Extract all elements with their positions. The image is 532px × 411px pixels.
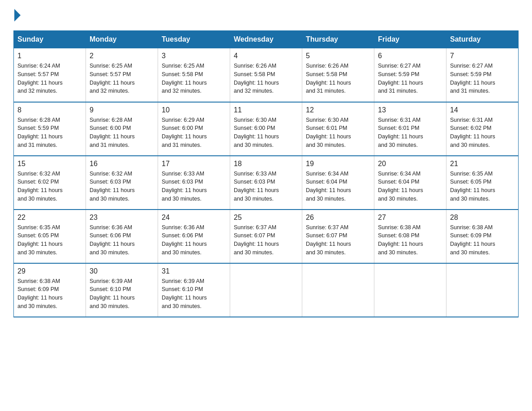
calendar-cell: 21 Sunrise: 6:35 AMSunset: 6:05 PMDaylig… bbox=[446, 156, 519, 210]
calendar-cell: 29 Sunrise: 6:38 AMSunset: 6:09 PMDaylig… bbox=[14, 263, 86, 317]
day-number: 29 bbox=[17, 267, 82, 275]
day-info: Sunrise: 6:37 AMSunset: 6:07 PMDaylight:… bbox=[234, 223, 298, 257]
calendar-cell: 2 Sunrise: 6:25 AMSunset: 5:57 PMDayligh… bbox=[86, 48, 158, 102]
day-number: 17 bbox=[162, 160, 226, 168]
day-info: Sunrise: 6:39 AMSunset: 6:10 PMDaylight:… bbox=[162, 277, 226, 311]
calendar-cell: 30 Sunrise: 6:39 AMSunset: 6:10 PMDaylig… bbox=[86, 263, 158, 317]
day-number: 8 bbox=[17, 106, 82, 114]
day-number: 25 bbox=[234, 214, 298, 222]
calendar-cell bbox=[230, 263, 302, 317]
day-info: Sunrise: 6:32 AMSunset: 6:02 PMDaylight:… bbox=[17, 170, 82, 203]
day-info: Sunrise: 6:30 AMSunset: 6:01 PMDaylight:… bbox=[306, 116, 370, 150]
col-tuesday: Tuesday bbox=[158, 31, 230, 48]
day-info: Sunrise: 6:24 AMSunset: 5:57 PMDaylight:… bbox=[17, 62, 82, 95]
day-number: 3 bbox=[162, 52, 226, 60]
col-friday: Friday bbox=[374, 31, 446, 48]
page-header bbox=[13, 9, 519, 21]
calendar-cell bbox=[302, 263, 374, 317]
calendar-cell bbox=[446, 263, 519, 317]
day-info: Sunrise: 6:34 AMSunset: 6:04 PMDaylight:… bbox=[306, 170, 370, 203]
day-info: Sunrise: 6:31 AMSunset: 6:02 PMDaylight:… bbox=[450, 116, 515, 150]
day-number: 30 bbox=[90, 267, 154, 275]
calendar-cell: 11 Sunrise: 6:30 AMSunset: 6:00 PMDaylig… bbox=[230, 102, 302, 156]
day-info: Sunrise: 6:32 AMSunset: 6:03 PMDaylight:… bbox=[90, 170, 154, 203]
calendar-cell: 22 Sunrise: 6:35 AMSunset: 6:05 PMDaylig… bbox=[14, 210, 86, 263]
week-row-3: 15 Sunrise: 6:32 AMSunset: 6:02 PMDaylig… bbox=[14, 156, 519, 210]
calendar-cell: 24 Sunrise: 6:36 AMSunset: 6:06 PMDaylig… bbox=[158, 210, 230, 263]
calendar-cell: 14 Sunrise: 6:31 AMSunset: 6:02 PMDaylig… bbox=[446, 102, 519, 156]
day-number: 27 bbox=[378, 214, 442, 222]
day-info: Sunrise: 6:25 AMSunset: 5:57 PMDaylight:… bbox=[90, 62, 154, 95]
calendar-body: 1 Sunrise: 6:24 AMSunset: 5:57 PMDayligh… bbox=[14, 48, 519, 317]
day-info: Sunrise: 6:38 AMSunset: 6:09 PMDaylight:… bbox=[450, 223, 515, 257]
day-info: Sunrise: 6:39 AMSunset: 6:10 PMDaylight:… bbox=[90, 277, 154, 311]
day-info: Sunrise: 6:29 AMSunset: 6:00 PMDaylight:… bbox=[162, 116, 226, 150]
day-info: Sunrise: 6:38 AMSunset: 6:08 PMDaylight:… bbox=[378, 223, 442, 257]
day-number: 6 bbox=[378, 52, 442, 60]
day-number: 2 bbox=[90, 52, 154, 60]
calendar-cell: 13 Sunrise: 6:31 AMSunset: 6:01 PMDaylig… bbox=[374, 102, 446, 156]
day-info: Sunrise: 6:26 AMSunset: 5:58 PMDaylight:… bbox=[306, 62, 370, 95]
day-info: Sunrise: 6:30 AMSunset: 6:00 PMDaylight:… bbox=[234, 116, 298, 150]
day-info: Sunrise: 6:36 AMSunset: 6:06 PMDaylight:… bbox=[90, 223, 154, 257]
day-info: Sunrise: 6:27 AMSunset: 5:59 PMDaylight:… bbox=[378, 62, 442, 95]
calendar-cell: 6 Sunrise: 6:27 AMSunset: 5:59 PMDayligh… bbox=[374, 48, 446, 102]
calendar-cell: 16 Sunrise: 6:32 AMSunset: 6:03 PMDaylig… bbox=[86, 156, 158, 210]
header-row: Sunday Monday Tuesday Wednesday Thursday… bbox=[14, 31, 519, 48]
day-number: 5 bbox=[306, 52, 370, 60]
col-wednesday: Wednesday bbox=[230, 31, 302, 48]
day-number: 11 bbox=[234, 106, 298, 114]
week-row-2: 8 Sunrise: 6:28 AMSunset: 5:59 PMDayligh… bbox=[14, 102, 519, 156]
day-number: 23 bbox=[90, 214, 154, 222]
calendar-cell: 28 Sunrise: 6:38 AMSunset: 6:09 PMDaylig… bbox=[446, 210, 519, 263]
col-sunday: Sunday bbox=[14, 31, 86, 48]
day-info: Sunrise: 6:33 AMSunset: 6:03 PMDaylight:… bbox=[162, 170, 226, 203]
day-info: Sunrise: 6:25 AMSunset: 5:58 PMDaylight:… bbox=[162, 62, 226, 95]
calendar-cell: 10 Sunrise: 6:29 AMSunset: 6:00 PMDaylig… bbox=[158, 102, 230, 156]
day-number: 13 bbox=[378, 106, 442, 114]
calendar-cell: 15 Sunrise: 6:32 AMSunset: 6:02 PMDaylig… bbox=[14, 156, 86, 210]
calendar-cell: 20 Sunrise: 6:34 AMSunset: 6:04 PMDaylig… bbox=[374, 156, 446, 210]
day-number: 4 bbox=[234, 52, 298, 60]
logo-arrow-icon bbox=[14, 9, 21, 21]
calendar-table: Sunday Monday Tuesday Wednesday Thursday… bbox=[13, 30, 519, 317]
day-info: Sunrise: 6:36 AMSunset: 6:06 PMDaylight:… bbox=[162, 223, 226, 257]
day-number: 22 bbox=[17, 214, 82, 222]
calendar-cell bbox=[374, 263, 446, 317]
day-number: 15 bbox=[17, 160, 82, 168]
day-number: 28 bbox=[450, 214, 515, 222]
calendar-header: Sunday Monday Tuesday Wednesday Thursday… bbox=[14, 31, 519, 48]
calendar-cell: 18 Sunrise: 6:33 AMSunset: 6:03 PMDaylig… bbox=[230, 156, 302, 210]
day-info: Sunrise: 6:26 AMSunset: 5:58 PMDaylight:… bbox=[234, 62, 298, 95]
day-info: Sunrise: 6:35 AMSunset: 6:05 PMDaylight:… bbox=[450, 170, 515, 203]
day-number: 21 bbox=[450, 160, 515, 168]
week-row-5: 29 Sunrise: 6:38 AMSunset: 6:09 PMDaylig… bbox=[14, 263, 519, 317]
logo bbox=[13, 9, 21, 21]
calendar-cell: 17 Sunrise: 6:33 AMSunset: 6:03 PMDaylig… bbox=[158, 156, 230, 210]
calendar-cell: 26 Sunrise: 6:37 AMSunset: 6:07 PMDaylig… bbox=[302, 210, 374, 263]
calendar-cell: 1 Sunrise: 6:24 AMSunset: 5:57 PMDayligh… bbox=[14, 48, 86, 102]
calendar-cell: 25 Sunrise: 6:37 AMSunset: 6:07 PMDaylig… bbox=[230, 210, 302, 263]
calendar-cell: 8 Sunrise: 6:28 AMSunset: 5:59 PMDayligh… bbox=[14, 102, 86, 156]
day-info: Sunrise: 6:27 AMSunset: 5:59 PMDaylight:… bbox=[450, 62, 515, 95]
day-number: 10 bbox=[162, 106, 226, 114]
day-number: 20 bbox=[378, 160, 442, 168]
col-saturday: Saturday bbox=[446, 31, 519, 48]
day-number: 16 bbox=[90, 160, 154, 168]
week-row-4: 22 Sunrise: 6:35 AMSunset: 6:05 PMDaylig… bbox=[14, 210, 519, 263]
day-number: 12 bbox=[306, 106, 370, 114]
calendar-cell: 31 Sunrise: 6:39 AMSunset: 6:10 PMDaylig… bbox=[158, 263, 230, 317]
calendar-cell: 3 Sunrise: 6:25 AMSunset: 5:58 PMDayligh… bbox=[158, 48, 230, 102]
day-number: 14 bbox=[450, 106, 515, 114]
day-info: Sunrise: 6:35 AMSunset: 6:05 PMDaylight:… bbox=[17, 223, 82, 257]
day-number: 24 bbox=[162, 214, 226, 222]
day-number: 18 bbox=[234, 160, 298, 168]
day-number: 19 bbox=[306, 160, 370, 168]
day-number: 9 bbox=[90, 106, 154, 114]
day-number: 31 bbox=[162, 267, 226, 275]
calendar-cell: 4 Sunrise: 6:26 AMSunset: 5:58 PMDayligh… bbox=[230, 48, 302, 102]
calendar-cell: 9 Sunrise: 6:28 AMSunset: 6:00 PMDayligh… bbox=[86, 102, 158, 156]
calendar-cell: 5 Sunrise: 6:26 AMSunset: 5:58 PMDayligh… bbox=[302, 48, 374, 102]
day-number: 26 bbox=[306, 214, 370, 222]
calendar-cell: 23 Sunrise: 6:36 AMSunset: 6:06 PMDaylig… bbox=[86, 210, 158, 263]
